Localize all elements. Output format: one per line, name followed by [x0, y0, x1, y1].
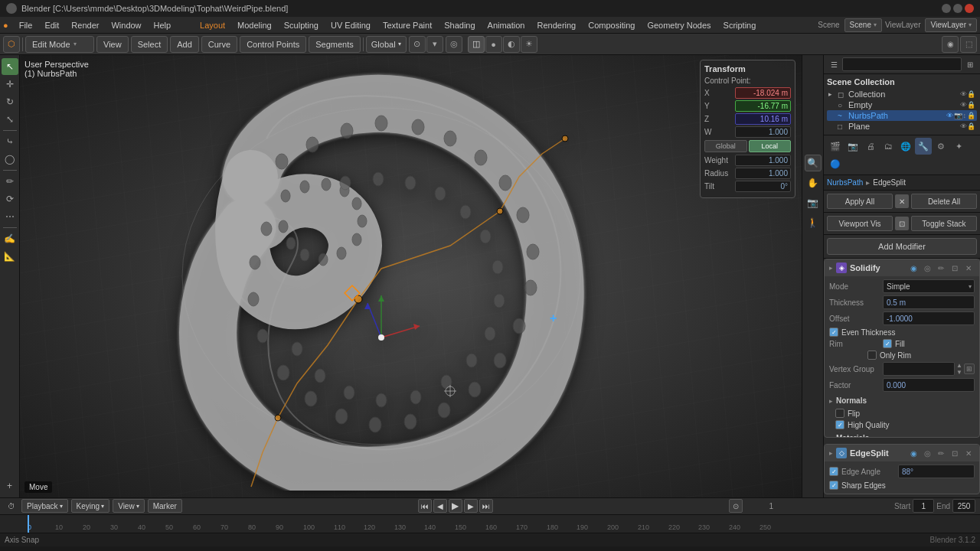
camera-btn[interactable]: 📷	[805, 194, 822, 211]
radius-value[interactable]: 1.000	[735, 168, 791, 179]
segments-menu[interactable]: Segments	[309, 36, 361, 53]
filter-btn[interactable]: ☰	[827, 57, 841, 71]
next-frame-btn[interactable]: ▶	[464, 499, 478, 513]
apply-all-btn[interactable]: Apply All	[827, 194, 893, 209]
even-thickness-cb[interactable]: ✓	[829, 328, 838, 337]
edge-angle-cb[interactable]: ✓	[829, 467, 838, 476]
walk-btn[interactable]: 🚶	[805, 214, 822, 231]
nurbs-lock[interactable]: 🔒	[967, 112, 975, 119]
solid-btn[interactable]: ●	[485, 36, 502, 53]
nurbs-vis[interactable]: 👁	[946, 112, 953, 119]
playback-menu[interactable]: Playback ▾	[21, 499, 68, 513]
proportional-btn[interactable]: ◎	[446, 36, 462, 53]
thickness-value[interactable]: 0.5 m	[883, 295, 975, 309]
wireframe-btn[interactable]: ◫	[468, 36, 485, 53]
search-box[interactable]	[842, 57, 962, 71]
menu-render[interactable]: Render	[65, 19, 105, 31]
normals-section-header[interactable]: ▸ Normals	[829, 394, 975, 407]
viewport-vis-icon[interactable]: ⊡	[895, 217, 909, 230]
select-tool[interactable]: ↖	[2, 58, 18, 75]
y-value[interactable]: -16.77 m	[735, 100, 791, 112]
jump-end-btn[interactable]: ⏭	[479, 499, 493, 513]
start-frame[interactable]: 1	[913, 499, 934, 513]
pan-btn[interactable]: ✋	[805, 174, 822, 191]
w-value[interactable]: 1.000	[735, 126, 791, 138]
move-tool[interactable]: ✛	[2, 76, 18, 93]
jump-start-btn[interactable]: ⏮	[418, 499, 432, 513]
add-btn[interactable]: +	[2, 478, 18, 494]
menu-texture-paint[interactable]: Texture Paint	[377, 19, 438, 31]
high-quality-cb[interactable]: ✓	[835, 420, 844, 429]
vg-value[interactable]	[883, 362, 955, 376]
physics-icon[interactable]: 🔵	[827, 155, 844, 172]
rotate-tool[interactable]: ↻	[2, 93, 18, 110]
global-selector[interactable]: Global ▾	[366, 36, 407, 53]
play-btn[interactable]: ▶	[449, 499, 462, 513]
edgesplit-edit-icon[interactable]: ✏	[935, 447, 947, 459]
plane-lock[interactable]: 🔒	[967, 122, 975, 130]
object-data-icon[interactable]: 🔧	[915, 138, 932, 155]
maximize-btn[interactable]	[953, 4, 962, 13]
editor-type-btn[interactable]: ⬡	[3, 36, 20, 53]
scale-tool[interactable]: ⤡	[2, 111, 18, 128]
menu-compositing[interactable]: Compositing	[582, 19, 641, 31]
output-props-icon[interactable]: 🖨	[862, 138, 879, 155]
view-menu-tl[interactable]: View ▾	[113, 499, 145, 513]
radius-tool[interactable]: ◯	[2, 151, 18, 168]
empty-lock[interactable]: 🔒	[967, 101, 975, 109]
tree-row-nurbspath[interactable]: ~ NurbsPath 👁 📷 ↕ 🔒	[827, 110, 977, 121]
obj-name[interactable]: NurbsPath	[827, 178, 863, 187]
viewlayer-selector[interactable]: ViewLayer ▾	[925, 18, 977, 32]
keying-menu[interactable]: Keying ▾	[71, 499, 110, 513]
solidify-cage-icon[interactable]: ⊡	[949, 262, 961, 274]
snap-options-btn[interactable]: ▾	[426, 36, 443, 53]
tilt-value[interactable]: 0°	[735, 181, 791, 192]
sharp-edges-cb[interactable]: ✓	[829, 481, 838, 490]
randomize-tool[interactable]: ⋯	[2, 208, 18, 225]
control-points-menu[interactable]: Control Points	[240, 36, 306, 53]
menu-modeling[interactable]: Modeling	[231, 19, 278, 31]
snap-magnet-btn[interactable]: ⊙	[409, 36, 426, 53]
delete-all-btn[interactable]: Delete All	[911, 194, 977, 209]
frame-counter-icon[interactable]: ⊙	[729, 499, 743, 513]
end-frame[interactable]: 250	[952, 499, 975, 513]
materials-section[interactable]: ▸ Materials	[829, 432, 975, 438]
solidify-delete-icon[interactable]: ✕	[962, 262, 975, 274]
edgesplit-header[interactable]: ▸ ◇ EdgeSplit ◉ ◎ ✏ ⊡ ✕	[825, 445, 979, 461]
solidify-render-icon[interactable]: ◎	[921, 262, 933, 274]
tree-row-empty[interactable]: ○ Empty 👁 🔒	[827, 99, 977, 110]
curve-menu[interactable]: Curve	[201, 36, 237, 53]
tilt-tool[interactable]: ⟳	[2, 191, 18, 207]
vg-pin-btn[interactable]: ⊞	[964, 364, 975, 374]
collection-lock[interactable]: 🔒	[967, 90, 975, 98]
edgesplit-cage-icon[interactable]: ⊡	[949, 447, 961, 459]
add-modifier-btn[interactable]: Add Modifier	[827, 238, 977, 255]
filter2-btn[interactable]: ⊞	[963, 57, 977, 71]
vg-down-arrow[interactable]: ▼	[956, 369, 962, 376]
apply-all-x[interactable]: ✕	[895, 194, 909, 208]
menu-uv-editing[interactable]: UV Editing	[325, 19, 377, 31]
rendered-btn[interactable]: ◐	[503, 36, 520, 53]
nurbs-select[interactable]: ↕	[963, 112, 967, 119]
menu-layout[interactable]: Layout	[194, 19, 231, 31]
scene-props-icon[interactable]: 🎬	[827, 138, 844, 155]
view-layer-icon[interactable]: 🗂	[880, 138, 897, 155]
menu-shading[interactable]: Shading	[438, 19, 481, 31]
add-menu[interactable]: Add	[170, 36, 199, 53]
weight-value[interactable]: 1.000	[735, 155, 791, 166]
prev-frame-btn[interactable]: ◀	[433, 499, 447, 513]
menu-animation[interactable]: Animation	[482, 19, 531, 31]
edgesplit-delete-icon[interactable]: ✕	[962, 447, 975, 459]
select-menu[interactable]: Select	[131, 36, 168, 53]
empty-vis[interactable]: 👁	[960, 101, 967, 109]
edgesplit-render-icon[interactable]: ◎	[921, 447, 933, 459]
render-props-icon[interactable]: 📷	[844, 138, 861, 155]
x-value[interactable]: -18.024 m	[735, 87, 791, 99]
viewport-vis-btn[interactable]: Viewport Vis	[827, 216, 893, 231]
edge-angle-value[interactable]: 88°	[898, 465, 975, 478]
tree-row-plane[interactable]: □ Plane 👁 🔒	[827, 121, 977, 132]
collection-vis[interactable]: 👁	[960, 90, 967, 98]
z-value[interactable]: 10.16 m	[735, 113, 791, 125]
global-toggle[interactable]: Global	[704, 140, 747, 152]
mode-field-value[interactable]: Simple	[883, 279, 975, 293]
